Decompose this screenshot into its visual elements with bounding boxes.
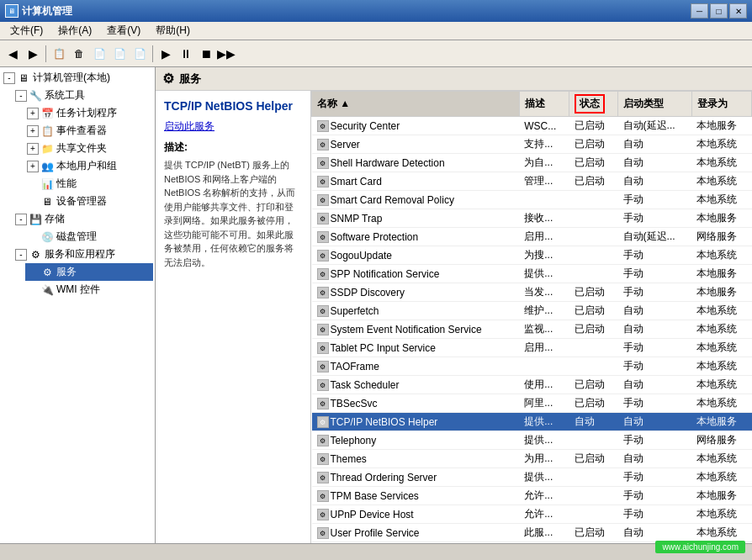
service-login-cell: 本地系统 [691, 524, 751, 542]
tree-expand-tasks[interactable]: + [27, 108, 39, 119]
col-desc[interactable]: 描述 [519, 92, 569, 117]
toolbar-btn-3[interactable]: 📋 [50, 45, 68, 63]
service-startup-cell: 手动 [618, 394, 692, 413]
col-status[interactable]: 状态 [569, 92, 618, 117]
tree-local-users[interactable]: + 👥 本地用户和组 [25, 157, 153, 175]
table-row[interactable]: ⚙Task Scheduler使用...已启动自动本地系统 [312, 376, 752, 394]
service-desc-cell: 接收... [519, 209, 569, 228]
stop-button[interactable]: ⏹ [197, 45, 215, 63]
table-row[interactable]: ⚙SNMP Trap接收...手动本地服务 [312, 209, 752, 228]
table-row[interactable]: ⚙SSDP Discovery当发...已启动手动本地服务 [312, 283, 752, 302]
tree-root[interactable]: - 🖥 计算机管理(本地) [2, 69, 153, 87]
toolbar-btn-5[interactable]: 📄 [90, 45, 109, 63]
tree-wmi[interactable]: 🔌 WMI 控件 [25, 281, 153, 298]
service-name-cell: ⚙SSDP Discovery [312, 283, 520, 302]
tree-storage-label: 存储 [45, 212, 65, 226]
menu-action[interactable]: 操作(A) [51, 22, 98, 40]
service-startup-cell: 自动 [618, 154, 692, 172]
service-login-cell: 本地系统 [691, 376, 751, 394]
service-name-cell: ⚙Themes [312, 450, 520, 468]
table-row[interactable]: ⚙SogouUpdate为搜...手动本地系统 [312, 246, 752, 265]
service-name-cell: ⚙SogouUpdate [312, 246, 520, 265]
right-panel: ⚙ 服务 TCP/IP NetBIOS Helper 启动此服务 描述: 提供 … [156, 67, 752, 543]
tree-tasks-label: 任务计划程序 [56, 106, 117, 120]
toolbar-btn-4[interactable]: 🗑 [70, 45, 88, 63]
tree-expand-shared[interactable]: + [27, 143, 39, 155]
tree-storage[interactable]: - 💾 存储 [13, 210, 153, 228]
service-desc-cell: 维护... [519, 302, 569, 320]
start-service-link[interactable]: 启动此服务 [164, 119, 302, 134]
service-status-cell [569, 191, 618, 209]
watermark: www.aichunjing.com [655, 541, 745, 553]
table-row[interactable]: ⚙TPM Base Services允许...手动本地服务 [312, 487, 752, 505]
tree-expand-root[interactable]: - [3, 72, 15, 84]
tree-shared-folders[interactable]: + 📁 共享文件夹 [25, 140, 153, 157]
service-login-cell: 本地服务 [691, 487, 751, 505]
service-name-cell: ⚙SPP Notification Service [312, 265, 520, 283]
pause-button[interactable]: ⏸ [177, 45, 195, 63]
table-row[interactable]: ⚙Telephony提供...手动网络服务 [312, 431, 752, 450]
menu-help[interactable]: 帮助(H) [149, 22, 197, 40]
table-row[interactable]: ⚙Tablet PC Input Service启用...手动本地系统 [312, 339, 752, 357]
tree-expand-system[interactable]: - [15, 90, 27, 102]
menu-file[interactable]: 文件(F) [3, 22, 50, 40]
close-button[interactable]: ✕ [729, 3, 747, 18]
tree-system-tools[interactable]: - 🔧 系统工具 [13, 87, 153, 104]
maximize-button[interactable]: □ [710, 3, 728, 18]
service-status-cell: 已启动 [569, 524, 618, 542]
table-row[interactable]: ⚙TCP/IP NetBIOS Helper提供...自动自动本地服务 [312, 413, 752, 431]
table-row[interactable]: ⚙System Event Notification Service监视...已… [312, 320, 752, 339]
tree-task-scheduler[interactable]: + 📅 任务计划程序 [25, 104, 153, 122]
service-name-cell: ⚙User Profile Service [312, 524, 520, 542]
tree-expand-storage[interactable]: - [15, 214, 27, 225]
tree-performance[interactable]: 📊 性能 [25, 175, 153, 193]
table-row[interactable]: ⚙Smart Card管理...已启动自动本地系统 [312, 172, 752, 191]
tree-device-manager[interactable]: 🖥 设备管理器 [25, 193, 153, 210]
service-desc-cell: 为自... [519, 154, 569, 172]
tree-expand-svcapps[interactable]: - [15, 249, 27, 261]
table-row[interactable]: ⚙Superfetch维护...已启动自动本地系统 [312, 302, 752, 320]
table-row[interactable]: ⚙Software Protection启用...自动(延迟...网络服务 [312, 228, 752, 246]
back-button[interactable]: ◀ [3, 45, 22, 63]
forward-button[interactable]: ▶ [24, 45, 42, 63]
table-row[interactable]: ⚙Themes为用...已启动自动本地系统 [312, 450, 752, 468]
service-status-cell: 已启动 [569, 450, 618, 468]
table-row[interactable]: ⚙SPP Notification Service提供...手动本地服务 [312, 265, 752, 283]
table-row[interactable]: ⚙Server支持...已启动自动本地系统 [312, 135, 752, 154]
tree-event-viewer[interactable]: + 📋 事件查看器 [25, 122, 153, 140]
tree-perf-label: 性能 [56, 177, 77, 191]
service-status-cell: 已启动 [569, 320, 618, 339]
service-startup-cell: 自动(延迟... [618, 117, 692, 135]
menu-bar: 文件(F) 操作(A) 查看(V) 帮助(H) [0, 22, 752, 40]
tree-services-apps[interactable]: - ⚙ 服务和应用程序 [13, 246, 153, 263]
service-desc-cell: 启用... [519, 339, 569, 357]
toolbar-btn-7[interactable]: 📄 [130, 45, 149, 63]
tree-expand-events[interactable]: + [27, 125, 39, 137]
table-row[interactable]: ⚙Smart Card Removal Policy手动本地系统 [312, 191, 752, 209]
col-startup[interactable]: 启动类型 [618, 92, 692, 117]
service-status-cell [569, 228, 618, 246]
minimize-button[interactable]: ─ [691, 3, 708, 18]
col-login[interactable]: 登录为 [691, 92, 751, 117]
table-row[interactable]: ⚙TAOFrame手动本地系统 [312, 357, 752, 376]
table-row[interactable]: ⚙User Profile Service此服...已启动自动本地系统 [312, 524, 752, 542]
tree-expand-users[interactable]: + [27, 161, 39, 172]
menu-view[interactable]: 查看(V) [100, 22, 147, 40]
table-row[interactable]: ⚙UPnP Device Host允许...手动本地系统 [312, 505, 752, 524]
restart-button[interactable]: ▶▶ [217, 45, 236, 63]
table-row[interactable]: ⚙Security CenterWSC...已启动自动(延迟...本地服务 [312, 117, 752, 135]
service-status-cell: 已启动 [569, 394, 618, 413]
tree-disk-management[interactable]: 💿 磁盘管理 [25, 228, 153, 246]
service-desc-cell: 提供... [519, 431, 569, 450]
tree-services[interactable]: ⚙ 服务 [25, 263, 153, 281]
toolbar-btn-6[interactable]: 📄 [110, 45, 129, 63]
service-login-cell: 本地系统 [691, 505, 751, 524]
table-row[interactable]: ⚙Shell Hardware Detection为自...已启动自动本地系统 [312, 154, 752, 172]
table-row[interactable]: ⚙Thread Ordering Server提供...手动本地系统 [312, 468, 752, 487]
play-button[interactable]: ▶ [156, 45, 175, 63]
col-name[interactable]: 名称 ▲ [312, 92, 520, 117]
tree-shared-label: 共享文件夹 [56, 141, 107, 156]
service-desc-cell: 为用... [519, 450, 569, 468]
service-login-cell: 本地系统 [691, 339, 751, 357]
table-row[interactable]: ⚙TBSecSvc阿里...已启动手动本地系统 [312, 394, 752, 413]
